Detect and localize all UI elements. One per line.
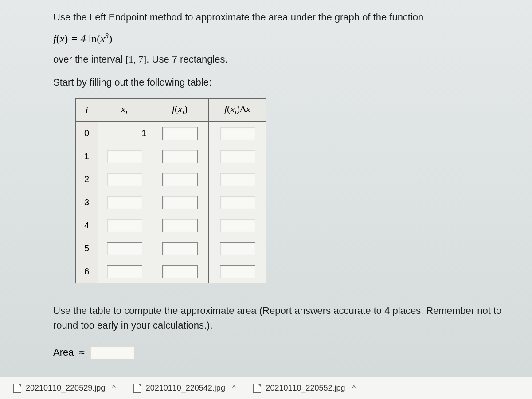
file-icon xyxy=(253,384,261,393)
download-filename: 20210110_220542.jpg xyxy=(146,383,225,393)
fxi-input[interactable] xyxy=(162,150,198,163)
fxi-input[interactable] xyxy=(162,242,198,255)
cell-fxi xyxy=(151,145,209,168)
interval-value: [1, 7] xyxy=(125,54,147,65)
chevron-up-icon[interactable]: ^ xyxy=(232,384,236,392)
cell-xi xyxy=(98,214,151,237)
cell-fxi xyxy=(151,237,209,260)
cell-fxi xyxy=(151,191,209,214)
table-row: 1 xyxy=(76,145,266,168)
area-label: Area xyxy=(53,347,74,358)
cell-fxi xyxy=(151,260,209,283)
cell-fxidx xyxy=(209,214,266,237)
fxidx-input[interactable] xyxy=(220,150,255,163)
cell-i: 5 xyxy=(76,237,98,260)
fxidx-input[interactable] xyxy=(220,242,255,255)
download-filename: 20210110_220552.jpg xyxy=(266,383,345,393)
cell-fxidx xyxy=(209,237,266,260)
fxi-input[interactable] xyxy=(162,265,198,278)
xi-input[interactable] xyxy=(107,150,142,163)
table-row: 3 xyxy=(76,191,266,214)
fxi-input[interactable] xyxy=(162,173,198,186)
cell-xi xyxy=(98,260,151,283)
compute-prompt: Use the table to compute the approximate… xyxy=(53,303,519,332)
fxidx-input[interactable] xyxy=(220,265,255,278)
approx-symbol: ≈ xyxy=(79,347,84,358)
cell-i: 6 xyxy=(76,260,98,283)
xi-input[interactable] xyxy=(107,219,142,232)
cell-fxi xyxy=(151,122,209,145)
file-icon xyxy=(133,384,141,393)
fxidx-input[interactable] xyxy=(220,196,255,209)
cell-fxi xyxy=(151,168,209,191)
download-item[interactable]: 20210110_220552.jpg^ xyxy=(253,383,356,393)
cell-fxidx xyxy=(209,145,266,168)
header-fxidx: f(xi)Δx xyxy=(209,99,266,122)
download-bar: 20210110_220529.jpg^20210110_220542.jpg^… xyxy=(0,377,532,399)
function-definition: f(x) = 4 ln(x3) xyxy=(53,31,519,45)
header-xi: xi xyxy=(98,99,151,122)
download-item[interactable]: 20210110_220529.jpg^ xyxy=(13,383,116,393)
fxi-input[interactable] xyxy=(162,219,198,232)
cell-i: 4 xyxy=(76,214,98,237)
fxidx-input[interactable] xyxy=(220,173,255,186)
cell-i: 0 xyxy=(76,122,98,145)
header-i: i xyxy=(76,99,98,122)
cell-i: 1 xyxy=(76,145,98,168)
intro-text: Use the Left Endpoint method to approxim… xyxy=(53,9,519,25)
cell-fxidx xyxy=(209,191,266,214)
cell-fxi xyxy=(151,214,209,237)
chevron-up-icon[interactable]: ^ xyxy=(352,384,356,392)
area-row: Area ≈ xyxy=(53,346,519,359)
header-fxi: f(xi) xyxy=(151,99,209,122)
cell-xi xyxy=(98,168,151,191)
table-row: 5 xyxy=(76,237,266,260)
xi-input[interactable] xyxy=(107,242,142,255)
problem-area: Use the Left Endpoint method to approxim… xyxy=(0,0,532,377)
table-row: 2 xyxy=(76,168,266,191)
cell-i: 3 xyxy=(76,191,98,214)
xi-input[interactable] xyxy=(107,173,142,186)
fxi-input[interactable] xyxy=(162,127,198,140)
cell-fxidx xyxy=(209,260,266,283)
table-prompt: Start by filling out the following table… xyxy=(53,74,519,90)
cell-fxidx xyxy=(209,122,266,145)
fxi-input[interactable] xyxy=(162,196,198,209)
table-row: 4 xyxy=(76,214,266,237)
table-row: 01 xyxy=(76,122,266,145)
fxidx-input[interactable] xyxy=(220,127,255,140)
cell-xi xyxy=(98,237,151,260)
cell-xi xyxy=(98,145,151,168)
file-icon xyxy=(13,384,21,393)
cell-fxidx xyxy=(209,168,266,191)
data-table: i xi f(xi) f(xi)Δx 01123456 xyxy=(75,98,266,283)
interval-text: over the interval [1, 7]. Use 7 rectangl… xyxy=(53,51,519,67)
chevron-up-icon[interactable]: ^ xyxy=(112,384,116,392)
cell-xi: 1 xyxy=(98,122,151,145)
cell-xi xyxy=(98,191,151,214)
table-row: 6 xyxy=(76,260,266,283)
area-input[interactable] xyxy=(90,346,134,359)
download-filename: 20210110_220529.jpg xyxy=(26,383,105,393)
xi-input[interactable] xyxy=(107,196,142,209)
cell-i: 2 xyxy=(76,168,98,191)
xi-input[interactable] xyxy=(107,265,142,278)
table-body: 01123456 xyxy=(76,122,266,283)
download-item[interactable]: 20210110_220542.jpg^ xyxy=(133,383,236,393)
fxidx-input[interactable] xyxy=(220,219,255,232)
